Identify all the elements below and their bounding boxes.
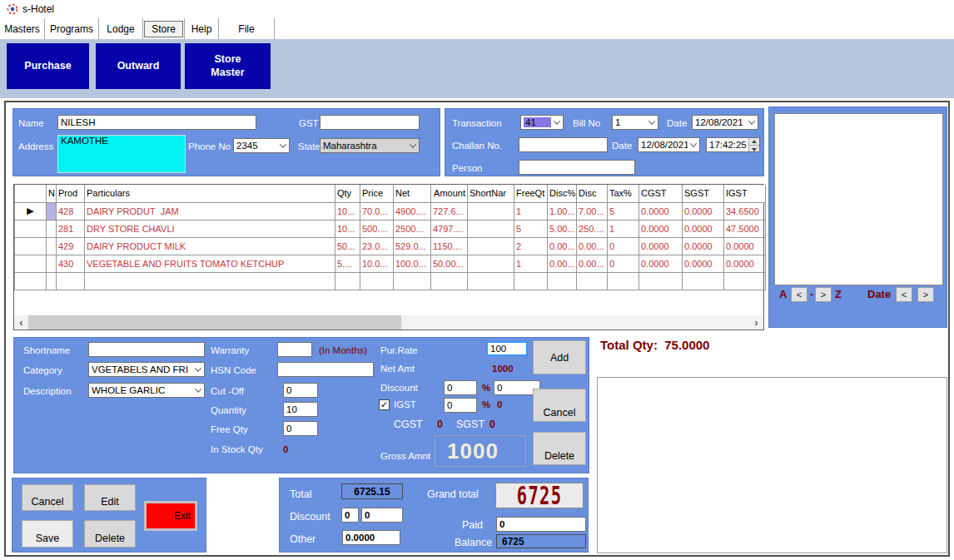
menu-lodge[interactable]: Lodge: [99, 18, 143, 39]
grid-cell[interactable]: 429: [57, 237, 85, 255]
alpha-prev-button[interactable]: <: [791, 287, 807, 302]
menu-programs[interactable]: Programs: [45, 18, 99, 39]
row-selector[interactable]: [15, 220, 47, 237]
totals-discount1-input[interactable]: [341, 508, 359, 523]
grid-row[interactable]: 429DAIRY PRODUCT MILK50...23.0...529.0..…: [15, 237, 766, 255]
other-input[interactable]: [342, 530, 400, 545]
grid-cell[interactable]: 0.00...: [577, 255, 608, 272]
grid-cell[interactable]: 250....: [577, 220, 608, 237]
items-grid[interactable]: NProdParticularsQtyPriceNetAmountShortNa…: [13, 184, 764, 330]
name-input[interactable]: [57, 115, 256, 130]
grid-cell[interactable]: [47, 220, 57, 237]
grid-cell[interactable]: [47, 255, 57, 272]
grid-cell[interactable]: 0.00...: [548, 255, 577, 272]
igst-pct-input[interactable]: [444, 398, 477, 413]
grid-cell[interactable]: DRY STORE CHAVLI: [85, 220, 335, 237]
grid-cell[interactable]: 70.0...: [360, 202, 394, 220]
purrate-input[interactable]: [486, 341, 528, 356]
outward-button[interactable]: Outward: [96, 43, 181, 89]
grid-cell[interactable]: 5.00...: [548, 220, 577, 237]
address-input[interactable]: KAMOTHE: [57, 135, 186, 173]
grid-cell[interactable]: 0.0000: [639, 220, 683, 237]
state-combo[interactable]: Maharashtra: [320, 138, 420, 153]
row-selector[interactable]: ▶: [15, 202, 47, 220]
grid-cell[interactable]: 0: [608, 237, 639, 255]
edit-button[interactable]: Edit: [84, 484, 136, 511]
grid-row[interactable]: 430VEGETABLE AND FRUITS TOMATO KETCHUP5.…: [15, 255, 766, 272]
grid-cell[interactable]: [47, 237, 57, 255]
grid-col-header[interactable]: Prod: [57, 185, 85, 202]
grid-cell[interactable]: 0.0000: [639, 255, 683, 272]
date2-combo[interactable]: 12/08/2021: [638, 137, 700, 152]
gst-input[interactable]: [320, 115, 420, 130]
grid-col-header[interactable]: Price: [360, 185, 394, 202]
date-combo[interactable]: 12/08/2021: [692, 115, 758, 130]
hsn-input[interactable]: [277, 362, 374, 377]
grid-cell[interactable]: 4900....: [394, 202, 431, 220]
totals-discount2-input[interactable]: [361, 508, 403, 523]
spinner-buttons[interactable]: [748, 138, 759, 151]
item-cancel-button[interactable]: Cancel: [533, 389, 586, 422]
category-combo[interactable]: VGETABELS AND FRI: [88, 362, 205, 377]
grid-cell[interactable]: 23.0...: [360, 237, 394, 255]
grid-cell[interactable]: [468, 255, 514, 272]
detail-listbox[interactable]: [597, 377, 947, 553]
grid-cell[interactable]: 4797....: [431, 220, 468, 237]
menu-help[interactable]: Help: [185, 18, 219, 39]
grid-cell[interactable]: 1: [514, 255, 548, 272]
grid-cell[interactable]: 428: [57, 202, 85, 220]
cutoff-input[interactable]: [283, 383, 318, 398]
grid-cell[interactable]: 1.00...: [548, 202, 577, 220]
grid-row[interactable]: ▶428DAIRY PRODUT JAM10...70.0...4900....…: [15, 202, 766, 220]
grid-cell[interactable]: 5: [514, 220, 548, 237]
grid-cell[interactable]: 50.00...: [431, 255, 468, 272]
freeqty-input[interactable]: [283, 421, 318, 436]
scroll-right-icon[interactable]: ›: [749, 315, 763, 330]
grid-col-header[interactable]: FreeQt: [514, 185, 548, 202]
purchase-button[interactable]: Purchase: [7, 43, 89, 89]
shortname-input[interactable]: [88, 342, 205, 357]
grid-cell[interactable]: 47.5000: [724, 220, 766, 237]
grid-empty-row[interactable]: [15, 272, 766, 290]
product-listbox[interactable]: [774, 113, 943, 285]
grid-cell[interactable]: 0.0000: [639, 237, 683, 255]
grid-col-header[interactable]: Amount: [431, 185, 468, 202]
grid-cell[interactable]: 10...: [335, 202, 360, 220]
warranty-input[interactable]: [277, 342, 312, 357]
grid-col-header[interactable]: Qty: [335, 185, 360, 202]
description-combo[interactable]: WHOLE GARLIC: [88, 383, 205, 398]
menu-store[interactable]: Store: [143, 18, 185, 39]
grid-cell[interactable]: 0: [608, 255, 639, 272]
grid-cell[interactable]: 10.0...: [360, 255, 394, 272]
grid-cell[interactable]: 1: [608, 220, 639, 237]
bill-no-combo[interactable]: 1: [612, 115, 658, 130]
grid-cell[interactable]: 50...: [335, 237, 360, 255]
grid-cell[interactable]: 7.00...: [577, 202, 608, 220]
menu-masters[interactable]: Masters: [0, 18, 45, 39]
grid-cell[interactable]: [47, 202, 57, 220]
phone-combo[interactable]: 2345: [233, 138, 290, 153]
grid-col-header[interactable]: Disc%: [548, 185, 577, 202]
grid-cell[interactable]: 0.00...: [548, 237, 577, 255]
grid-cell[interactable]: 430: [57, 255, 85, 272]
paid-input[interactable]: [496, 517, 586, 532]
quantity-input[interactable]: [283, 402, 318, 417]
grid-cell[interactable]: 2500...: [394, 220, 431, 237]
add-button[interactable]: Add: [533, 340, 586, 374]
grid-cell[interactable]: 34.6500: [724, 202, 766, 220]
grid-cell[interactable]: [468, 237, 514, 255]
grid-cell[interactable]: 0.0000: [683, 202, 724, 220]
discount-pct-input[interactable]: [444, 380, 477, 395]
grid-cell[interactable]: VEGETABLE AND FRUITS TOMATO KETCHUP: [85, 255, 335, 272]
grid-cell[interactable]: 1: [514, 202, 548, 220]
grid-cell[interactable]: 0.0000: [683, 220, 724, 237]
item-delete-button[interactable]: Delete: [533, 432, 586, 465]
grid-col-header[interactable]: Disc: [577, 185, 608, 202]
grid-cell[interactable]: 1150....: [431, 237, 468, 255]
grid-cell[interactable]: 529.0...: [394, 237, 431, 255]
grid-col-header[interactable]: IGST: [724, 185, 766, 202]
grid-cell[interactable]: [468, 202, 514, 220]
grid-horizontal-scrollbar[interactable]: ‹ ›: [14, 315, 763, 330]
grid-cell[interactable]: 100.0...: [394, 255, 431, 272]
row-selector[interactable]: [15, 255, 47, 272]
